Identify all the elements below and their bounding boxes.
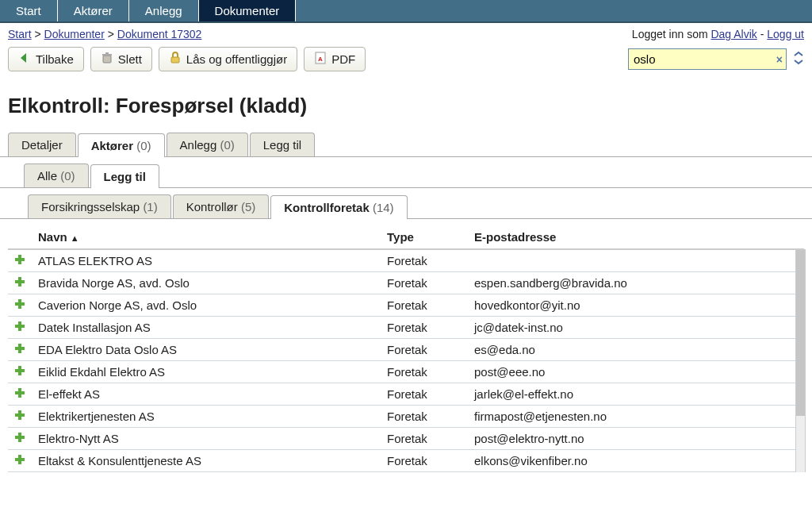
svg-rect-15 <box>15 347 25 350</box>
subtab-leggtil[interactable]: Legg til <box>90 164 159 188</box>
cell-email: espen.sandberg@bravida.no <box>468 272 804 294</box>
table-row: Datek Installasjon ASForetakjc@datek-ins… <box>8 317 804 339</box>
pdf-button-label: PDF <box>331 52 355 66</box>
add-row-icon[interactable] <box>14 432 25 443</box>
svg-rect-17 <box>15 369 25 372</box>
add-row-icon[interactable] <box>14 298 25 310</box>
svg-rect-2 <box>105 52 109 54</box>
breadcrumb: Start > Dokumenter > Dokument 17302 <box>8 28 201 40</box>
table-row: Elektrikertjenesten ASForetakfirmapost@e… <box>8 406 804 428</box>
search-input[interactable] <box>628 48 787 70</box>
cell-name: ATLAS ELEKTRO AS <box>32 249 381 272</box>
sort-asc-icon: ▲ <box>71 233 79 243</box>
logged-in-label: Logget inn som <box>632 28 711 40</box>
lock-publish-button[interactable]: Lås og offentliggjør <box>159 47 297 71</box>
breadcrumb-sep: > <box>108 28 114 40</box>
cell-type: Foretak <box>381 361 468 383</box>
tab-aktorer[interactable]: Aktører (0) <box>78 133 165 157</box>
delete-button-label: Slett <box>118 52 142 66</box>
subtab-kontrollor[interactable]: Kontrollør (5) <box>173 194 270 218</box>
add-row-icon[interactable] <box>14 321 25 332</box>
clear-search-icon[interactable]: × <box>776 53 783 66</box>
cell-name: Eltakst & Konsulenttjeneste AS <box>32 450 381 472</box>
lock-icon <box>169 52 182 67</box>
svg-rect-21 <box>15 414 25 417</box>
table-row: Caverion Norge AS, avd. OsloForetakhoved… <box>8 294 804 317</box>
cell-type: Foretak <box>381 317 468 339</box>
svg-rect-7 <box>15 258 25 261</box>
svg-rect-25 <box>15 458 25 461</box>
svg-text:A: A <box>318 56 323 63</box>
add-row-icon[interactable] <box>14 254 25 265</box>
cell-email: elkons@vikenfiber.no <box>468 450 804 472</box>
table-row: EDA Elektro Data Oslo ASForetakes@eda.no <box>8 339 804 361</box>
cell-name: El-effekt AS <box>32 383 381 406</box>
cell-type: Foretak <box>381 339 468 361</box>
svg-rect-9 <box>15 280 25 283</box>
add-row-icon[interactable] <box>14 276 25 287</box>
subtab-forsikringsselskap[interactable]: Forsikringsselskap (1) <box>28 194 171 218</box>
cell-type: Foretak <box>381 249 468 272</box>
tab-detaljer[interactable]: Detaljer <box>8 133 76 156</box>
cell-email: hovedkontor@yit.no <box>468 294 804 317</box>
cell-type: Foretak <box>381 383 468 406</box>
nav-anlegg[interactable]: Anlegg <box>129 0 199 21</box>
th-epost[interactable]: E-postadresse <box>468 225 804 249</box>
cell-email: jarlek@el-effekt.no <box>468 383 804 406</box>
th-type[interactable]: Type <box>381 225 468 249</box>
breadcrumb-dokument[interactable]: Dokument 17302 <box>117 28 202 40</box>
add-row-icon[interactable] <box>14 343 25 354</box>
cell-name: Datek Installasjon AS <box>32 317 381 339</box>
cell-email: post@elektro-nytt.no <box>468 428 804 450</box>
svg-rect-19 <box>15 391 25 394</box>
pdf-button[interactable]: A PDF <box>304 47 366 71</box>
svg-rect-3 <box>171 57 179 63</box>
svg-rect-1 <box>102 54 112 56</box>
cell-name: Eiklid Ekdahl Elektro AS <box>32 361 381 383</box>
table-row: El-effekt ASForetakjarlek@el-effekt.no <box>8 383 804 406</box>
cell-email: firmapost@etjenesten.no <box>468 406 804 428</box>
table-row: Eltakst & Konsulenttjeneste ASForetakelk… <box>8 450 804 472</box>
back-button-label: Tilbake <box>36 52 74 66</box>
nav-start[interactable]: Start <box>0 0 58 21</box>
table-row: Eiklid Ekdahl Elektro ASForetakpost@eee.… <box>8 361 804 383</box>
user-link[interactable]: Dag Alvik <box>710 28 756 40</box>
nav-dokumenter[interactable]: Dokumenter <box>199 0 297 21</box>
svg-rect-0 <box>103 56 111 63</box>
delete-button[interactable]: Slett <box>90 47 152 71</box>
logout-link[interactable]: Logg ut <box>767 28 804 40</box>
add-row-icon[interactable] <box>14 454 25 465</box>
add-row-icon[interactable] <box>14 387 25 398</box>
expand-chevrons-icon[interactable] <box>793 52 804 67</box>
breadcrumb-sep: > <box>34 28 40 40</box>
cell-email: post@eee.no <box>468 361 804 383</box>
tab-leggtil[interactable]: Legg til <box>250 133 315 156</box>
cell-name: EDA Elektro Data Oslo AS <box>32 339 381 361</box>
nav-aktorer[interactable]: Aktører <box>58 0 129 21</box>
th-navn[interactable]: Navn▲ <box>32 225 381 249</box>
cell-type: Foretak <box>381 428 468 450</box>
subtab-alle[interactable]: Alle (0) <box>24 163 89 187</box>
subtab-kontrollforetak[interactable]: Kontrollforetak (14) <box>270 195 407 219</box>
cell-email: es@eda.no <box>468 339 804 361</box>
tab-anlegg[interactable]: Anlegg (0) <box>167 133 248 156</box>
pdf-icon: A <box>314 52 327 67</box>
breadcrumb-dokumenter[interactable]: Dokumenter <box>44 28 105 40</box>
table-scrollbar[interactable] <box>795 249 806 472</box>
cell-name: Bravida Norge AS, avd. Oslo <box>32 272 381 294</box>
cell-name: Caverion Norge AS, avd. Oslo <box>32 294 381 317</box>
svg-rect-11 <box>15 302 25 306</box>
add-row-icon[interactable] <box>14 365 25 376</box>
top-nav: Start Aktører Anlegg Dokumenter <box>0 0 812 23</box>
cell-type: Foretak <box>381 450 468 472</box>
table-row: Bravida Norge AS, avd. OsloForetakespen.… <box>8 272 804 294</box>
back-button[interactable]: Tilbake <box>8 47 84 71</box>
breadcrumb-start[interactable]: Start <box>8 28 32 40</box>
svg-rect-23 <box>15 436 25 439</box>
cell-email <box>468 249 804 272</box>
cell-name: Elektrikertjenesten AS <box>32 406 381 428</box>
table-row: ATLAS ELEKTRO ASForetak <box>8 249 804 272</box>
add-row-icon[interactable] <box>14 410 25 421</box>
trash-icon <box>101 52 113 67</box>
scrollbar-thumb[interactable] <box>796 250 805 416</box>
